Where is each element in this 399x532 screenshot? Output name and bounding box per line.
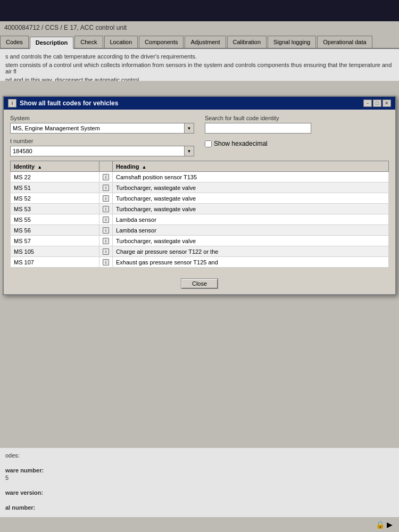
cell-heading: Camshaft position sensor T135 [113, 172, 389, 182]
info-icon[interactable]: i [103, 206, 109, 212]
info-icon[interactable]: i [103, 259, 109, 265]
info-icon[interactable]: i [103, 238, 109, 244]
hex-checkbox-section: Show hexadecimal [205, 138, 389, 147]
info-icon[interactable]: i [103, 217, 109, 223]
show-hexadecimal-label: Show hexadecimal [214, 140, 268, 147]
search-input[interactable] [205, 123, 311, 134]
column-header-heading[interactable]: Heading ▲ [113, 161, 389, 172]
system-select-wrapper[interactable]: MS, Engine Management System ▼ [10, 123, 194, 134]
cell-identity: MS 22 [11, 172, 99, 182]
system-label: System [10, 115, 194, 121]
info-icon[interactable]: i [103, 227, 109, 234]
dialog-body: System MS, Engine Management System ▼ Se… [4, 110, 395, 273]
cell-icon: i [99, 236, 113, 246]
info-icon[interactable]: i [103, 195, 109, 202]
cell-icon: i [99, 204, 113, 214]
table-row[interactable]: MS 22iCamshaft position sensor T135 [11, 172, 389, 182]
table-row[interactable]: MS 53iTurbocharger, wastegate valve [11, 204, 389, 214]
column-header-identity[interactable]: Identity ▲ [11, 161, 99, 172]
search-section: Search for fault code identity [205, 115, 389, 134]
cell-heading: Turbocharger, wastegate valve [113, 236, 389, 246]
fault-codes-dialog: i Show all fault codes for vehicles − □ … [3, 96, 396, 295]
hex-checkbox-row: Show hexadecimal [205, 140, 389, 147]
cell-icon: i [99, 225, 113, 236]
cell-identity: MS 53 [11, 204, 99, 214]
cell-heading: Turbocharger, wastegate valve [113, 182, 389, 193]
cell-icon: i [99, 257, 113, 268]
part-number-section: t number 184580 ▼ [10, 138, 194, 156]
form-row-part: t number 184580 ▼ Show hexadecimal [10, 138, 389, 156]
part-number-input-row: 184580 ▼ [10, 146, 194, 156]
show-hexadecimal-checkbox[interactable] [205, 140, 212, 147]
system-dropdown-button[interactable]: ▼ [184, 123, 194, 133]
cell-identity: MS 55 [11, 214, 99, 225]
fault-codes-table: Identity ▲ Heading ▲ MS 22iCamshaft posi… [10, 161, 389, 268]
cell-icon: i [99, 182, 113, 193]
system-select-value: MS, Engine Management System [11, 123, 184, 134]
cell-identity: MS 107 [11, 257, 99, 268]
table-row[interactable]: MS 56iLambda sensor [11, 225, 389, 236]
cell-heading: Turbocharger, wastegate valve [113, 193, 389, 204]
dialog-title: i Show all fault codes for vehicles [8, 99, 118, 107]
dialog-overlay: i Show all fault codes for vehicles − □ … [0, 0, 399, 532]
system-section: System MS, Engine Management System ▼ [10, 115, 194, 134]
table-row[interactable]: MS 51iTurbocharger, wastegate valve [11, 182, 389, 193]
table-row[interactable]: MS 107iExhaust gas pressure sensor T125 … [11, 257, 389, 268]
cell-icon: i [99, 246, 113, 257]
minimize-button[interactable]: − [363, 99, 372, 107]
dialog-title-icon: i [8, 99, 16, 107]
cell-heading: Lambda sensor [113, 214, 389, 225]
cell-identity: MS 57 [11, 236, 99, 246]
cell-icon: i [99, 214, 113, 225]
dialog-footer: Close [4, 273, 395, 294]
column-header-icon [99, 161, 113, 172]
dialog-close-button[interactable]: ✕ [383, 99, 391, 107]
table-row[interactable]: MS 105iCharge air pressure sensor T122 o… [11, 246, 389, 257]
close-dialog-button[interactable]: Close [181, 278, 218, 289]
form-row-system: System MS, Engine Management System ▼ Se… [10, 115, 389, 134]
cell-identity: MS 105 [11, 246, 99, 257]
table-row[interactable]: MS 55iLambda sensor [11, 214, 389, 225]
info-icon[interactable]: i [103, 174, 109, 180]
info-icon[interactable]: i [103, 248, 109, 255]
part-number-select-wrapper[interactable]: 184580 ▼ [10, 146, 194, 156]
part-number-label: t number [10, 138, 194, 144]
dialog-controls: − □ ✕ [363, 99, 391, 107]
cell-identity: MS 51 [11, 182, 99, 193]
info-icon[interactable]: i [103, 185, 109, 191]
cell-icon: i [99, 172, 113, 182]
system-input-row: MS, Engine Management System ▼ [10, 123, 194, 134]
part-number-dropdown-button[interactable]: ▼ [184, 146, 194, 156]
cell-identity: MS 52 [11, 193, 99, 204]
cell-heading: Turbocharger, wastegate valve [113, 204, 389, 214]
cell-icon: i [99, 193, 113, 204]
table-row[interactable]: MS 57iTurbocharger, wastegate valve [11, 236, 389, 246]
sort-icon-identity: ▲ [37, 164, 42, 170]
maximize-button[interactable]: □ [373, 99, 381, 107]
part-number-value: 184580 [11, 146, 184, 156]
dialog-title-text: Show all fault codes for vehicles [20, 99, 118, 107]
search-label: Search for fault code identity [205, 115, 389, 121]
cell-heading: Lambda sensor [113, 225, 389, 236]
cell-heading: Charge air pressure sensor T122 or the [113, 246, 389, 257]
cell-heading: Exhaust gas pressure sensor T125 and [113, 257, 389, 268]
dialog-titlebar: i Show all fault codes for vehicles − □ … [4, 97, 395, 110]
cell-identity: MS 56 [11, 225, 99, 236]
table-row[interactable]: MS 52iTurbocharger, wastegate valve [11, 193, 389, 204]
sort-icon-heading: ▲ [142, 164, 146, 170]
